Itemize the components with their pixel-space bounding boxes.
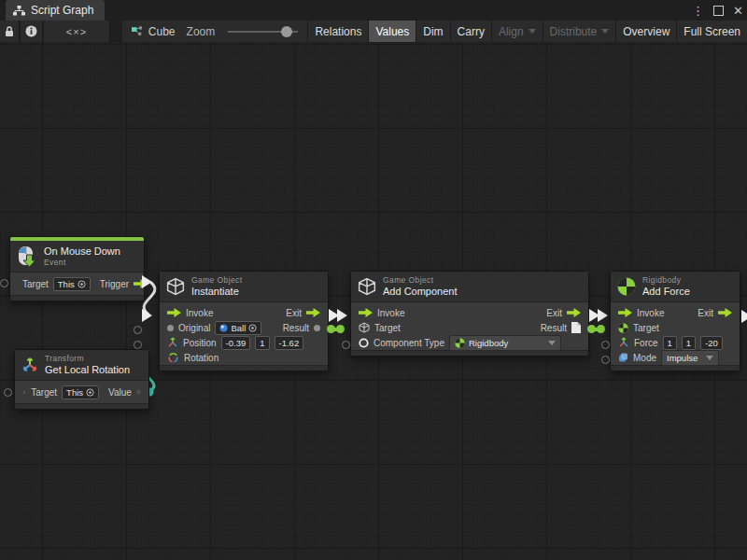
fullscreen-button[interactable]: Full Screen <box>676 21 747 42</box>
addforce-invoke-port[interactable] <box>598 309 608 322</box>
position-in-port[interactable] <box>134 341 142 349</box>
zoom-slider[interactable] <box>228 31 298 33</box>
object-picker-icon[interactable] <box>86 388 94 397</box>
original-label: Original <box>178 323 210 333</box>
node-add-force[interactable]: Rigidbody Add Force Invoke Exit Target <box>610 271 740 371</box>
component-type-row: Component Type Rigidbody <box>351 335 588 350</box>
exit-flow-icon[interactable] <box>718 308 732 317</box>
rotation-icon[interactable] <box>136 386 141 399</box>
carry-button[interactable]: Carry <box>450 21 491 42</box>
node-instantiate[interactable]: Game Object Instantiate Invoke Exit Orig… <box>159 271 329 371</box>
align-button[interactable]: Align <box>491 21 543 42</box>
exit-label: Exit <box>698 308 713 318</box>
result-target-connection[interactable] <box>327 325 345 333</box>
position-z-field[interactable]: -1.62 <box>275 336 304 350</box>
node-add-component[interactable]: Game Object Add Component Invoke Exit Ta… <box>350 271 589 357</box>
gameobject-icon <box>166 277 185 296</box>
instantiate-invoke-in-port[interactable] <box>142 309 152 322</box>
values-button[interactable]: Values <box>368 21 416 42</box>
object-picker-icon[interactable] <box>248 324 257 332</box>
result-document-icon[interactable] <box>571 322 581 333</box>
rotation-self-port[interactable] <box>4 388 12 397</box>
graph-toolbar: <×> Cube Zoom 0.8x Relations Values Dim … <box>0 21 747 43</box>
type-circle-icon <box>359 338 369 348</box>
dropdown-caret-icon <box>706 356 713 360</box>
relations-label: Relations <box>315 25 361 38</box>
position-y-field[interactable]: 1 <box>255 336 269 350</box>
force-y-field[interactable]: 1 <box>682 336 696 350</box>
result-label: Result <box>283 323 309 333</box>
event-self-port[interactable] <box>0 279 8 287</box>
original-ball-field[interactable]: Ball <box>215 321 261 335</box>
zoom-slider-handle[interactable] <box>281 26 292 37</box>
addcomponent-invoke-port[interactable] <box>337 309 347 322</box>
maximize-icon[interactable] <box>713 6 724 16</box>
tab-title: Script Graph <box>31 4 93 17</box>
invoke-label: Invoke <box>377 308 404 318</box>
script-graph-window: { "window": { "tab_title": "Script Graph… <box>0 0 747 560</box>
code-icon: <×> <box>66 26 87 37</box>
node-category: Transform <box>45 354 130 364</box>
graph-canvas[interactable]: On Mouse Down Event Target This Trigger <box>0 42 747 560</box>
component-type-in-port[interactable] <box>342 341 350 349</box>
node-header[interactable]: Game Object Add Component <box>351 272 588 302</box>
rotation-icon <box>167 352 179 364</box>
force-z-field[interactable]: -20 <box>700 336 723 350</box>
node-header[interactable]: Game Object Instantiate <box>160 272 328 302</box>
distribute-button[interactable]: Distribute <box>543 21 616 42</box>
mode-in-port[interactable] <box>601 356 610 364</box>
trigger-out-port[interactable] <box>142 275 152 288</box>
target-this-field[interactable]: This <box>53 277 91 291</box>
force-in-port[interactable] <box>601 341 610 349</box>
trigger-label: Trigger <box>100 279 129 289</box>
ball-icon <box>219 324 228 332</box>
component-type-dropdown[interactable]: Rigidbody <box>449 335 561 351</box>
graph-hierarchy-icon <box>13 6 25 16</box>
lock-icon <box>5 26 14 37</box>
rigidbody-icon <box>617 277 636 296</box>
target-label: Target <box>22 279 49 289</box>
overview-button[interactable]: Overview <box>615 21 676 42</box>
original-port[interactable] <box>167 325 174 331</box>
dim-button[interactable]: Dim <box>416 21 449 42</box>
node-category: Rigidbody <box>642 275 690 286</box>
result-label: Result <box>541 323 567 333</box>
invoke-flow-icon[interactable] <box>167 308 181 317</box>
addforce-exit-port[interactable] <box>741 310 747 323</box>
window-menu-icon[interactable]: ⋮ <box>692 5 704 17</box>
node-header[interactable]: On Mouse Down Event <box>10 241 144 273</box>
node-get-local-rotation[interactable]: Transform Get Local Rotation Target This… <box>14 349 149 410</box>
position-x-field[interactable]: -0.39 <box>221 336 251 350</box>
object-picker-icon[interactable] <box>78 280 86 288</box>
node-footer <box>351 350 588 356</box>
graph-object-name[interactable]: Cube <box>148 25 176 38</box>
node-on-mouse-down[interactable]: On Mouse Down Event Target This Trigger <box>9 236 145 301</box>
tab-script-graph[interactable]: Script Graph <box>6 0 105 21</box>
lock-button[interactable] <box>0 21 20 42</box>
force-x-field[interactable]: 1 <box>663 336 677 350</box>
target-this-field[interactable]: This <box>62 385 99 399</box>
invoke-row: Invoke Exit <box>351 305 588 320</box>
position-x-value: -0.39 <box>226 338 247 348</box>
node-header[interactable]: Transform Get Local Rotation <box>15 350 148 381</box>
exit-flow-icon[interactable] <box>306 308 320 317</box>
node-header[interactable]: Rigidbody Add Force <box>611 272 740 302</box>
mode-dropdown[interactable]: Impulse <box>661 350 719 366</box>
info-button[interactable] <box>21 21 43 42</box>
node-title: Add Component <box>383 286 458 298</box>
original-in-port[interactable] <box>134 326 142 334</box>
result-target-connection[interactable] <box>587 325 605 333</box>
target-this-value: This <box>58 279 75 289</box>
carry-label: Carry <box>458 25 485 38</box>
node-footer <box>15 403 148 409</box>
result-port[interactable] <box>314 325 320 331</box>
relations-button[interactable]: Relations <box>307 21 368 42</box>
invoke-flow-icon[interactable] <box>618 308 632 317</box>
invoke-flow-icon[interactable] <box>359 308 373 317</box>
exit-flow-icon[interactable] <box>567 308 581 317</box>
original-row: Original Ball Result <box>160 320 328 335</box>
code-view-button[interactable]: <×> <box>44 21 110 42</box>
close-icon[interactable]: ✕ <box>733 5 743 17</box>
node-title: On Mouse Down <box>44 245 120 258</box>
invoke-row: Invoke Exit <box>611 305 740 320</box>
